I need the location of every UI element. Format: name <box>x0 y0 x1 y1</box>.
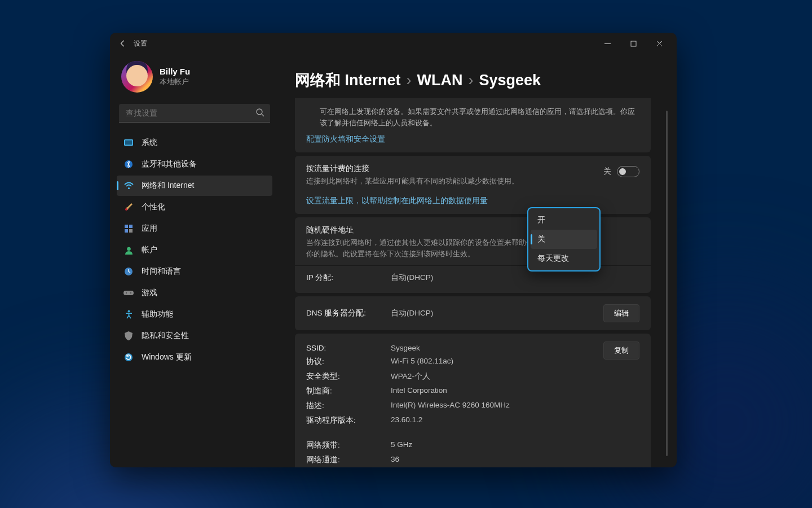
search-icon <box>255 108 264 117</box>
property-value: Sysgeek <box>391 344 420 352</box>
brush-icon <box>123 202 134 212</box>
dns-label: DNS 服务器分配: <box>306 308 391 318</box>
system-icon <box>123 138 134 148</box>
sidebar-item-system[interactable]: 系统 <box>117 133 272 153</box>
sidebar-item-label: Windows 更新 <box>142 352 192 362</box>
copy-button[interactable]: 复制 <box>603 341 639 360</box>
svg-rect-10 <box>129 229 133 233</box>
random-mac-dropdown: 开 关 每天更改 <box>527 207 601 271</box>
breadcrumb: 网络和 Internet › WLAN › Sysgeek <box>295 54 677 98</box>
property-row: 网络通道:36 <box>306 453 639 467</box>
sidebar-item-bluetooth[interactable]: 蓝牙和其他设备 <box>117 154 272 174</box>
property-key: 安全类型: <box>306 371 391 382</box>
metered-sub: 连接到此网络时，某些应用可能具有不同的功能以减少数据使用。 <box>306 176 603 187</box>
svg-rect-7 <box>125 225 128 228</box>
sidebar-item-privacy[interactable]: 隐私和安全性 <box>117 326 272 346</box>
window-title: 设置 <box>134 39 147 49</box>
chevron-right-icon: › <box>407 72 412 89</box>
sidebar-item-label: 隐私和安全性 <box>142 331 189 341</box>
shield-icon <box>123 331 134 341</box>
svg-point-5 <box>127 187 129 189</box>
back-button[interactable] <box>114 35 131 52</box>
breadcrumb-wlan[interactable]: WLAN <box>417 72 463 89</box>
user-account: 本地帐户 <box>160 77 190 87</box>
dropdown-option-daily[interactable]: 每天更改 <box>531 249 597 268</box>
sidebar-item-label: 时间和语言 <box>142 266 181 277</box>
profile-section: 可在网络上发现你的设备。如果需要文件共享或使用通过此网络通信的应用，请选择此选项… <box>295 98 651 152</box>
sidebar-item-label: 系统 <box>142 138 157 148</box>
user-name: Billy Fu <box>160 67 190 76</box>
chevron-right-icon: › <box>469 72 474 89</box>
metered-toggle[interactable] <box>617 166 639 177</box>
property-key: SSID: <box>306 344 391 352</box>
profile-info: 可在网络上发现你的设备。如果需要文件共享或使用通过此网络通信的应用，请选择此选项… <box>306 106 639 129</box>
property-row: 制造商:Intel Corporation <box>306 384 603 398</box>
toggle-label: 关 <box>603 167 611 177</box>
settings-window: 设置 Billy Fu 本地帐户 系统 蓝牙和其他设备 网络和 Internet <box>110 33 677 467</box>
sidebar-item-label: 蓝牙和其他设备 <box>142 159 197 169</box>
metered-title: 按流量计费的连接 <box>306 164 603 174</box>
property-value: WPA2-个人 <box>391 371 430 382</box>
property-value: Intel Corporation <box>391 386 447 396</box>
search-input[interactable] <box>119 104 270 122</box>
svg-rect-8 <box>129 225 133 228</box>
property-row: 协议:Wi-Fi 5 (802.11ac) <box>306 354 603 369</box>
property-row: 网络频带:5 GHz <box>306 438 639 453</box>
minimize-button[interactable] <box>594 33 620 54</box>
property-key: 网络通道: <box>306 455 391 465</box>
breadcrumb-current: Sysgeek <box>479 72 541 89</box>
svg-rect-0 <box>631 41 636 46</box>
random-mac-title: 随机硬件地址 <box>306 225 543 235</box>
scrollbar[interactable] <box>666 111 668 456</box>
property-row: 驱动程序版本:23.60.1.2 <box>306 413 603 428</box>
svg-rect-13 <box>123 291 134 295</box>
accessibility-icon <box>123 309 134 319</box>
avatar <box>121 61 153 93</box>
property-key: 制造商: <box>306 386 391 396</box>
search-box[interactable] <box>119 104 270 122</box>
sidebar-item-gaming[interactable]: 游戏 <box>117 283 272 303</box>
property-value: 5 GHz <box>391 440 412 450</box>
dropdown-option-on[interactable]: 开 <box>531 211 597 230</box>
svg-rect-3 <box>125 141 133 145</box>
property-key: 网络频带: <box>306 440 391 450</box>
property-value: Intel(R) Wireless-AC 9260 160MHz <box>391 401 510 411</box>
sidebar-item-label: 帐户 <box>142 245 157 255</box>
svg-point-16 <box>127 310 130 313</box>
sidebar-item-apps[interactable]: 应用 <box>117 218 272 239</box>
svg-point-14 <box>126 292 127 294</box>
property-key: 描述: <box>306 401 391 411</box>
property-value: Wi-Fi 5 (802.11ac) <box>391 357 453 367</box>
ip-label: IP 分配: <box>306 273 391 283</box>
dns-edit-button[interactable]: 编辑 <box>603 304 639 322</box>
property-row: 描述:Intel(R) Wireless-AC 9260 160MHz <box>306 398 603 413</box>
sidebar-item-time[interactable]: 时间和语言 <box>117 261 272 282</box>
apps-icon <box>123 224 134 234</box>
svg-point-15 <box>130 292 131 294</box>
sidebar-item-accounts[interactable]: 帐户 <box>117 240 272 260</box>
sidebar-item-network[interactable]: 网络和 Internet <box>117 176 272 196</box>
breadcrumb-network[interactable]: 网络和 Internet <box>295 70 401 90</box>
sidebar-item-accessibility[interactable]: 辅助功能 <box>117 304 272 325</box>
sidebar-item-personalization[interactable]: 个性化 <box>117 197 272 217</box>
property-row: SSID:Sysgeek <box>306 341 603 354</box>
user-block[interactable]: Billy Fu 本地帐户 <box>117 54 272 104</box>
property-row: 安全类型:WPA2-个人 <box>306 369 603 384</box>
properties-section: SSID:Sysgeek协议:Wi-Fi 5 (802.11ac)安全类型:WP… <box>295 334 651 467</box>
gamepad-icon <box>123 288 134 298</box>
bluetooth-icon <box>123 159 134 169</box>
dropdown-option-off[interactable]: 关 <box>531 230 597 249</box>
svg-point-6 <box>125 208 127 211</box>
sidebar-item-label: 辅助功能 <box>142 309 173 319</box>
sidebar-item-update[interactable]: Windows 更新 <box>117 347 272 367</box>
ip-value: 自动(DHCP) <box>391 273 433 283</box>
firewall-link[interactable]: 配置防火墙和安全设置 <box>306 134 385 144</box>
svg-point-1 <box>257 109 262 115</box>
close-button[interactable] <box>646 33 672 54</box>
random-mac-sub: 当你连接到此网络时，通过使其他人更难以跟踪你的设备位置来帮助保护你的隐私。此设置… <box>306 238 543 260</box>
dns-value: 自动(DHCP) <box>391 308 433 318</box>
sidebar-item-label: 网络和 Internet <box>142 181 194 191</box>
maximize-button[interactable] <box>620 33 646 54</box>
sidebar-item-label: 个性化 <box>142 202 165 212</box>
data-limit-link[interactable]: 设置流量上限，以帮助控制在此网络上的数据使用量 <box>306 196 488 206</box>
